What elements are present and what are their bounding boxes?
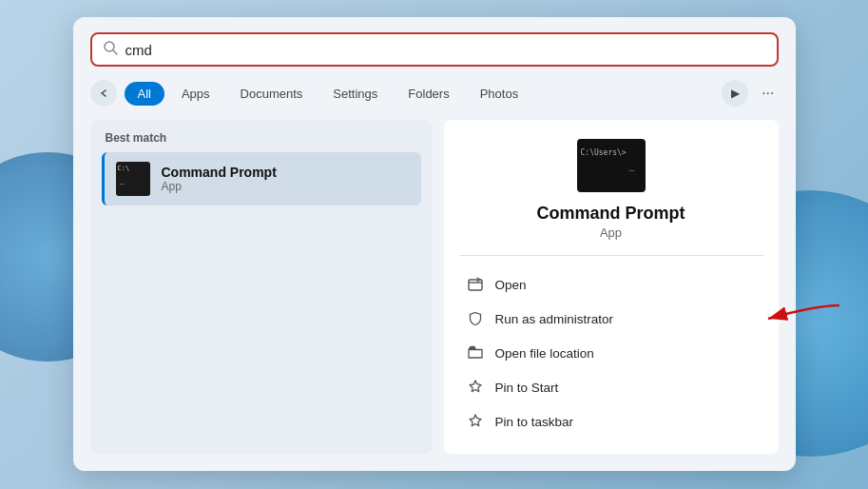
- svg-line-1: [113, 50, 117, 54]
- app-detail-top: Command Prompt App: [459, 139, 763, 256]
- action-pin-taskbar[interactable]: Pin to taskbar: [459, 404, 763, 439]
- tabs-arrow-button[interactable]: ▶: [722, 80, 748, 107]
- pin-taskbar-icon: [467, 413, 484, 430]
- open-icon: [467, 276, 484, 293]
- folder-icon: [467, 344, 484, 362]
- tab-settings[interactable]: Settings: [319, 82, 391, 106]
- action-pin-taskbar-label: Pin to taskbar: [495, 415, 574, 429]
- tab-photos[interactable]: Photos: [467, 82, 531, 106]
- shield-icon: [467, 310, 484, 327]
- tabs-more-button[interactable]: ···: [758, 83, 778, 104]
- actions-list: Open Run as administrator: [459, 267, 763, 439]
- tab-apps[interactable]: Apps: [168, 82, 223, 106]
- app-detail-type: App: [600, 225, 622, 240]
- search-icon: [104, 41, 118, 58]
- action-open-label: Open: [495, 278, 527, 292]
- search-bar[interactable]: cmd: [90, 32, 779, 67]
- tab-folders[interactable]: Folders: [395, 82, 462, 106]
- tabs-more: ▶ ···: [722, 80, 778, 107]
- action-run-admin-label: Run as administrator: [495, 312, 614, 326]
- tab-documents[interactable]: Documents: [227, 82, 317, 106]
- result-text: Command Prompt App: [162, 165, 277, 193]
- app-detail-name: Command Prompt: [536, 204, 685, 224]
- action-run-admin[interactable]: Run as administrator: [459, 302, 763, 336]
- main-content: Best match Command Prompt App Command Pr…: [90, 120, 779, 454]
- search-input[interactable]: cmd: [125, 42, 765, 58]
- pin-start-icon: [467, 379, 484, 396]
- action-open-location[interactable]: Open file location: [459, 336, 763, 370]
- result-type: App: [162, 180, 277, 193]
- right-panel: Command Prompt App Open: [444, 120, 779, 454]
- tab-all[interactable]: All: [125, 82, 164, 106]
- cmd-app-icon: [116, 162, 150, 196]
- search-window: cmd All Apps Documents Settings Folders …: [73, 17, 796, 471]
- action-pin-start[interactable]: Pin to Start: [459, 370, 763, 404]
- action-pin-start-label: Pin to Start: [495, 381, 559, 395]
- back-button[interactable]: [90, 80, 117, 107]
- left-panel: Best match Command Prompt App: [90, 120, 433, 454]
- best-match-label: Best match: [102, 131, 421, 145]
- svg-rect-2: [469, 280, 482, 290]
- action-open-location-label: Open file location: [495, 346, 594, 361]
- app-large-icon: [577, 139, 646, 192]
- action-open[interactable]: Open: [459, 267, 763, 302]
- result-item-cmd[interactable]: Command Prompt App: [102, 152, 421, 205]
- filter-tabs: All Apps Documents Settings Folders Phot…: [90, 80, 779, 107]
- result-name: Command Prompt: [162, 165, 277, 180]
